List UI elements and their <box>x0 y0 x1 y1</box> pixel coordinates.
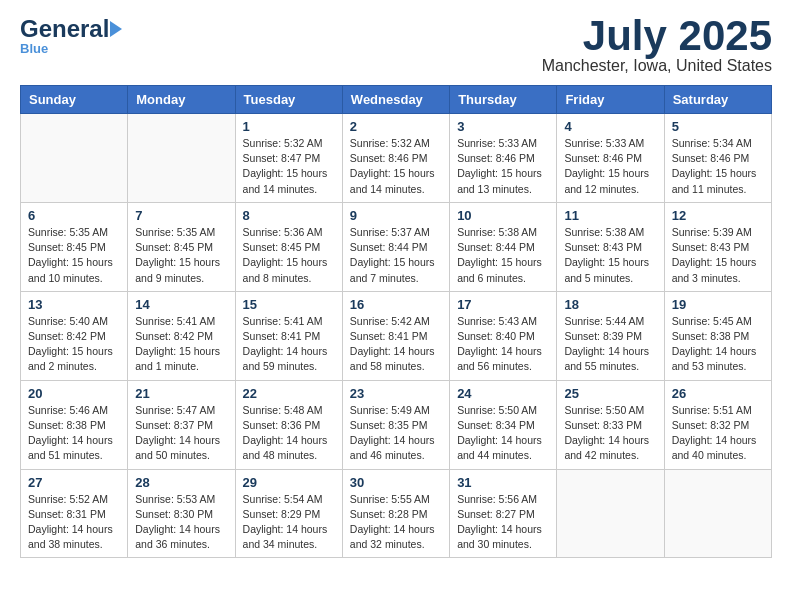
calendar-cell <box>21 114 128 203</box>
calendar-cell: 15Sunrise: 5:41 AM Sunset: 8:41 PM Dayli… <box>235 291 342 380</box>
day-detail: Sunrise: 5:42 AM Sunset: 8:41 PM Dayligh… <box>350 314 442 375</box>
day-number: 3 <box>457 119 549 134</box>
logo: General Blue <box>20 15 122 56</box>
day-number: 14 <box>135 297 227 312</box>
day-detail: Sunrise: 5:54 AM Sunset: 8:29 PM Dayligh… <box>243 492 335 553</box>
day-number: 20 <box>28 386 120 401</box>
day-detail: Sunrise: 5:32 AM Sunset: 8:47 PM Dayligh… <box>243 136 335 197</box>
calendar-cell: 3Sunrise: 5:33 AM Sunset: 8:46 PM Daylig… <box>450 114 557 203</box>
day-detail: Sunrise: 5:56 AM Sunset: 8:27 PM Dayligh… <box>457 492 549 553</box>
day-detail: Sunrise: 5:50 AM Sunset: 8:34 PM Dayligh… <box>457 403 549 464</box>
calendar-cell: 2Sunrise: 5:32 AM Sunset: 8:46 PM Daylig… <box>342 114 449 203</box>
day-number: 12 <box>672 208 764 223</box>
day-number: 9 <box>350 208 442 223</box>
day-number: 5 <box>672 119 764 134</box>
day-number: 6 <box>28 208 120 223</box>
day-detail: Sunrise: 5:36 AM Sunset: 8:45 PM Dayligh… <box>243 225 335 286</box>
day-detail: Sunrise: 5:45 AM Sunset: 8:38 PM Dayligh… <box>672 314 764 375</box>
day-number: 13 <box>28 297 120 312</box>
day-number: 28 <box>135 475 227 490</box>
calendar-cell: 21Sunrise: 5:47 AM Sunset: 8:37 PM Dayli… <box>128 380 235 469</box>
day-detail: Sunrise: 5:34 AM Sunset: 8:46 PM Dayligh… <box>672 136 764 197</box>
day-detail: Sunrise: 5:37 AM Sunset: 8:44 PM Dayligh… <box>350 225 442 286</box>
day-number: 23 <box>350 386 442 401</box>
day-detail: Sunrise: 5:41 AM Sunset: 8:42 PM Dayligh… <box>135 314 227 375</box>
col-monday: Monday <box>128 86 235 114</box>
day-detail: Sunrise: 5:38 AM Sunset: 8:44 PM Dayligh… <box>457 225 549 286</box>
day-number: 27 <box>28 475 120 490</box>
day-number: 24 <box>457 386 549 401</box>
day-number: 25 <box>564 386 656 401</box>
calendar-cell: 19Sunrise: 5:45 AM Sunset: 8:38 PM Dayli… <box>664 291 771 380</box>
logo-blue-text: Blue <box>20 41 48 56</box>
day-number: 19 <box>672 297 764 312</box>
day-detail: Sunrise: 5:52 AM Sunset: 8:31 PM Dayligh… <box>28 492 120 553</box>
calendar-week-row: 20Sunrise: 5:46 AM Sunset: 8:38 PM Dayli… <box>21 380 772 469</box>
day-number: 22 <box>243 386 335 401</box>
calendar-cell: 1Sunrise: 5:32 AM Sunset: 8:47 PM Daylig… <box>235 114 342 203</box>
day-detail: Sunrise: 5:48 AM Sunset: 8:36 PM Dayligh… <box>243 403 335 464</box>
logo-arrow-icon <box>110 21 122 37</box>
day-detail: Sunrise: 5:32 AM Sunset: 8:46 PM Dayligh… <box>350 136 442 197</box>
calendar-cell: 29Sunrise: 5:54 AM Sunset: 8:29 PM Dayli… <box>235 469 342 558</box>
col-sunday: Sunday <box>21 86 128 114</box>
location-title: Manchester, Iowa, United States <box>542 57 772 75</box>
calendar-cell: 14Sunrise: 5:41 AM Sunset: 8:42 PM Dayli… <box>128 291 235 380</box>
calendar-cell: 6Sunrise: 5:35 AM Sunset: 8:45 PM Daylig… <box>21 202 128 291</box>
calendar-cell: 20Sunrise: 5:46 AM Sunset: 8:38 PM Dayli… <box>21 380 128 469</box>
day-number: 8 <box>243 208 335 223</box>
calendar-cell: 12Sunrise: 5:39 AM Sunset: 8:43 PM Dayli… <box>664 202 771 291</box>
day-detail: Sunrise: 5:43 AM Sunset: 8:40 PM Dayligh… <box>457 314 549 375</box>
calendar-cell: 7Sunrise: 5:35 AM Sunset: 8:45 PM Daylig… <box>128 202 235 291</box>
calendar-cell: 10Sunrise: 5:38 AM Sunset: 8:44 PM Dayli… <box>450 202 557 291</box>
calendar-cell: 18Sunrise: 5:44 AM Sunset: 8:39 PM Dayli… <box>557 291 664 380</box>
col-saturday: Saturday <box>664 86 771 114</box>
calendar-cell: 30Sunrise: 5:55 AM Sunset: 8:28 PM Dayli… <box>342 469 449 558</box>
calendar-cell <box>557 469 664 558</box>
day-detail: Sunrise: 5:41 AM Sunset: 8:41 PM Dayligh… <box>243 314 335 375</box>
calendar-week-row: 6Sunrise: 5:35 AM Sunset: 8:45 PM Daylig… <box>21 202 772 291</box>
day-number: 18 <box>564 297 656 312</box>
day-detail: Sunrise: 5:35 AM Sunset: 8:45 PM Dayligh… <box>28 225 120 286</box>
day-number: 16 <box>350 297 442 312</box>
calendar-cell: 24Sunrise: 5:50 AM Sunset: 8:34 PM Dayli… <box>450 380 557 469</box>
col-thursday: Thursday <box>450 86 557 114</box>
day-number: 17 <box>457 297 549 312</box>
calendar-cell: 23Sunrise: 5:49 AM Sunset: 8:35 PM Dayli… <box>342 380 449 469</box>
day-detail: Sunrise: 5:47 AM Sunset: 8:37 PM Dayligh… <box>135 403 227 464</box>
day-detail: Sunrise: 5:51 AM Sunset: 8:32 PM Dayligh… <box>672 403 764 464</box>
calendar-cell: 22Sunrise: 5:48 AM Sunset: 8:36 PM Dayli… <box>235 380 342 469</box>
day-detail: Sunrise: 5:39 AM Sunset: 8:43 PM Dayligh… <box>672 225 764 286</box>
calendar-table: Sunday Monday Tuesday Wednesday Thursday… <box>20 85 772 558</box>
day-number: 2 <box>350 119 442 134</box>
day-number: 10 <box>457 208 549 223</box>
day-number: 7 <box>135 208 227 223</box>
col-tuesday: Tuesday <box>235 86 342 114</box>
day-number: 15 <box>243 297 335 312</box>
col-friday: Friday <box>557 86 664 114</box>
calendar-cell: 13Sunrise: 5:40 AM Sunset: 8:42 PM Dayli… <box>21 291 128 380</box>
calendar-cell: 5Sunrise: 5:34 AM Sunset: 8:46 PM Daylig… <box>664 114 771 203</box>
calendar-header-row: Sunday Monday Tuesday Wednesday Thursday… <box>21 86 772 114</box>
calendar-cell: 16Sunrise: 5:42 AM Sunset: 8:41 PM Dayli… <box>342 291 449 380</box>
calendar-cell: 17Sunrise: 5:43 AM Sunset: 8:40 PM Dayli… <box>450 291 557 380</box>
calendar-cell: 31Sunrise: 5:56 AM Sunset: 8:27 PM Dayli… <box>450 469 557 558</box>
day-detail: Sunrise: 5:44 AM Sunset: 8:39 PM Dayligh… <box>564 314 656 375</box>
calendar-cell: 4Sunrise: 5:33 AM Sunset: 8:46 PM Daylig… <box>557 114 664 203</box>
calendar-cell: 25Sunrise: 5:50 AM Sunset: 8:33 PM Dayli… <box>557 380 664 469</box>
calendar-cell <box>664 469 771 558</box>
day-number: 29 <box>243 475 335 490</box>
day-number: 26 <box>672 386 764 401</box>
calendar-cell: 27Sunrise: 5:52 AM Sunset: 8:31 PM Dayli… <box>21 469 128 558</box>
day-detail: Sunrise: 5:50 AM Sunset: 8:33 PM Dayligh… <box>564 403 656 464</box>
day-detail: Sunrise: 5:53 AM Sunset: 8:30 PM Dayligh… <box>135 492 227 553</box>
day-number: 30 <box>350 475 442 490</box>
col-wednesday: Wednesday <box>342 86 449 114</box>
calendar-cell: 11Sunrise: 5:38 AM Sunset: 8:43 PM Dayli… <box>557 202 664 291</box>
day-detail: Sunrise: 5:46 AM Sunset: 8:38 PM Dayligh… <box>28 403 120 464</box>
calendar-cell: 9Sunrise: 5:37 AM Sunset: 8:44 PM Daylig… <box>342 202 449 291</box>
day-detail: Sunrise: 5:38 AM Sunset: 8:43 PM Dayligh… <box>564 225 656 286</box>
day-number: 4 <box>564 119 656 134</box>
month-title: July 2025 <box>542 15 772 57</box>
day-detail: Sunrise: 5:49 AM Sunset: 8:35 PM Dayligh… <box>350 403 442 464</box>
